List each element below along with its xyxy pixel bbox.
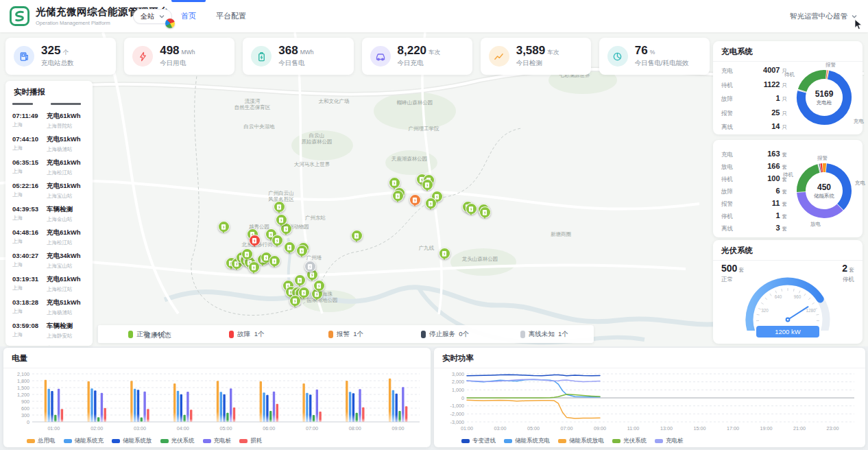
svg-text:320: 320 <box>761 308 769 313</box>
station-marker-offline[interactable] <box>304 261 316 272</box>
legend-item[interactable]: 储能系统充 <box>64 437 104 445</box>
legend-item[interactable]: 充电桩 <box>655 437 684 445</box>
donut-callout: 待机 <box>783 171 793 178</box>
legend-item[interactable]: 光伏系统 <box>612 437 647 445</box>
stat-row: 故障1只 <box>721 94 787 108</box>
stat-row: 离线3套 <box>721 224 787 236</box>
station-marker-normal[interactable] <box>289 295 301 307</box>
pv-system-panel: 光伏系统 500套 正常 2套 停机 032064096012801600 12… <box>713 240 863 344</box>
kpi-card-inspections: 3,589车次 今日检测 <box>481 38 591 75</box>
power-chart-card: 实时功率 -3,000-2,000-1,00001,0002,0003,0000… <box>434 348 865 447</box>
station-marker-normal[interactable] <box>294 274 306 286</box>
legend-item[interactable]: 光伏系统 <box>160 437 195 445</box>
station-marker-normal[interactable] <box>313 280 325 292</box>
broadcast-list: 07:11:49上海 充电61kWh上海普陀站07:44:10上海 充电51kW… <box>5 101 93 346</box>
power-chart-legend: 专变进线储能系统充电储能系统放电光伏系统充电桩 <box>434 436 865 446</box>
svg-text:1280: 1280 <box>806 308 817 313</box>
storage-system-donut: 450 储能系统 报警 待机 充电 放电 <box>790 156 858 225</box>
charging-system-panel: 充电系统 充电4007只待机1122只故障1只报警25只离线14只 5169 充… <box>713 41 863 134</box>
station-marker-normal[interactable] <box>439 248 450 259</box>
svg-text:03:00: 03:00 <box>134 425 146 431</box>
svg-text:19:00: 19:00 <box>760 425 772 431</box>
charging-system-title: 充电系统 <box>713 41 863 62</box>
stat-row: 充电4007只 <box>721 66 787 80</box>
station-marker-alarm[interactable] <box>409 194 421 206</box>
kpi-card-efficiency: 76% 今日售电/耗电能效 <box>599 38 710 75</box>
energy-chart-title: 电量 <box>3 348 431 368</box>
charger-glyph-icon <box>391 180 398 187</box>
svg-text:15:00: 15:00 <box>693 425 706 431</box>
svg-text:1,500: 1,500 <box>17 385 29 391</box>
station-marker-fault[interactable] <box>249 235 261 246</box>
station-marker-normal[interactable] <box>422 179 433 191</box>
broadcast-item: 03:40:27上海 充电34kWh上海宝山站 <box>12 252 86 270</box>
station-marker-normal[interactable] <box>241 248 253 260</box>
status-dot <box>229 331 234 338</box>
station-marker-normal[interactable] <box>269 255 280 267</box>
dashboard: 流溪湾 自然生态保育区白云中央湿地太和文化广场帽峰山森林公园广州理工学院白云山 … <box>0 0 868 450</box>
station-marker-normal[interactable] <box>425 198 437 209</box>
tab-platform-config[interactable]: 平台配置 <box>207 0 255 32</box>
station-marker-normal[interactable] <box>466 203 477 215</box>
donut-callout: 放电 <box>810 221 821 228</box>
legend-item[interactable]: 总用电 <box>27 437 56 445</box>
svg-text:09:00: 09:00 <box>594 425 606 431</box>
station-marker-normal[interactable] <box>276 214 287 226</box>
svg-text:01:00: 01:00 <box>461 425 473 431</box>
kpi-card-charge-sessions: 8,220车次 今日充电 <box>362 38 472 75</box>
health-legend-item[interactable]: 离线未知 1个 <box>494 330 594 339</box>
kpi-value: 498 <box>160 44 179 57</box>
station-marker-normal[interactable] <box>218 221 230 233</box>
kpi-card-row: 325个 充电站总数 498MWh 今日用电 368MWh 今日售电 8,220… <box>5 38 710 75</box>
station-marker-normal[interactable] <box>351 230 363 241</box>
broadcast-title: 实时播报 <box>5 81 93 101</box>
donut-callout: 报警 <box>825 62 836 69</box>
charger-glyph-icon <box>296 277 303 284</box>
health-legend-item[interactable]: 报警 1个 <box>296 330 396 339</box>
svg-text:-1,000: -1,000 <box>450 403 464 409</box>
charger-glyph-icon <box>394 193 401 200</box>
health-legend-item[interactable]: 停止服务 0个 <box>396 330 495 339</box>
top-header: 光储充微网综合能源管理平台 Operation Management Platf… <box>0 0 868 32</box>
legend-item[interactable]: 储能系统放 <box>112 437 152 445</box>
tab-home[interactable]: 首页 <box>171 0 206 32</box>
station-marker-normal[interactable] <box>272 235 283 246</box>
legend-item[interactable]: 充电桩 <box>203 437 232 445</box>
svg-text:0: 0 <box>27 419 29 425</box>
svg-text:06:00: 06:00 <box>263 425 275 431</box>
svg-text:3,000: 3,000 <box>452 371 464 377</box>
stat-row: 故障6套 <box>721 187 787 199</box>
charger-glyph-icon <box>220 224 227 230</box>
station-marker-normal[interactable] <box>392 190 404 202</box>
legend-item[interactable]: 储能系统充电 <box>504 437 550 445</box>
station-marker-normal[interactable] <box>296 245 308 257</box>
station-marker-normal[interactable] <box>284 241 296 253</box>
svg-text:04:00: 04:00 <box>177 425 189 431</box>
stat-row: 报警11套 <box>721 199 787 211</box>
charger-glyph-icon <box>251 237 258 244</box>
svg-text:02:00: 02:00 <box>91 425 103 431</box>
svg-text:09:00: 09:00 <box>392 425 405 431</box>
legend-item[interactable]: 储能系统放电 <box>558 437 604 445</box>
legend-item[interactable]: 专变进线 <box>461 437 496 445</box>
broadcast-item: 03:19:31上海 充电61kWh上海松江站 <box>12 275 86 293</box>
legend-item[interactable]: 损耗 <box>239 437 262 445</box>
health-legend-item[interactable]: 故障 1个 <box>197 330 297 339</box>
pv-gauge: 032064096012801600 <box>727 268 848 331</box>
user-menu[interactable]: 智光运营中心超管 <box>790 0 857 32</box>
station-marker-normal[interactable] <box>274 201 285 213</box>
energy-chart-legend: 总用电储能系统充储能系统放光伏系统充电桩损耗 <box>3 436 431 446</box>
charger-glyph-icon <box>298 248 305 254</box>
kpi-unit: MWh <box>300 49 314 56</box>
broadcast-item: 03:59:08上海 车辆检测上海静安站 <box>12 322 86 340</box>
broadcast-item: 04:39:53上海 车辆检测上海金山站 <box>12 205 86 223</box>
svg-text:1,200: 1,200 <box>17 392 29 398</box>
charger-glyph-icon <box>282 226 289 233</box>
station-marker-normal[interactable] <box>479 206 491 218</box>
charger-glyph-icon <box>424 182 431 189</box>
chevron-down-icon <box>159 14 165 19</box>
charger-glyph-icon <box>353 233 360 239</box>
svg-text:960: 960 <box>794 294 801 299</box>
svg-text:13:00: 13:00 <box>660 425 673 431</box>
svg-text:21:00: 21:00 <box>793 425 806 431</box>
